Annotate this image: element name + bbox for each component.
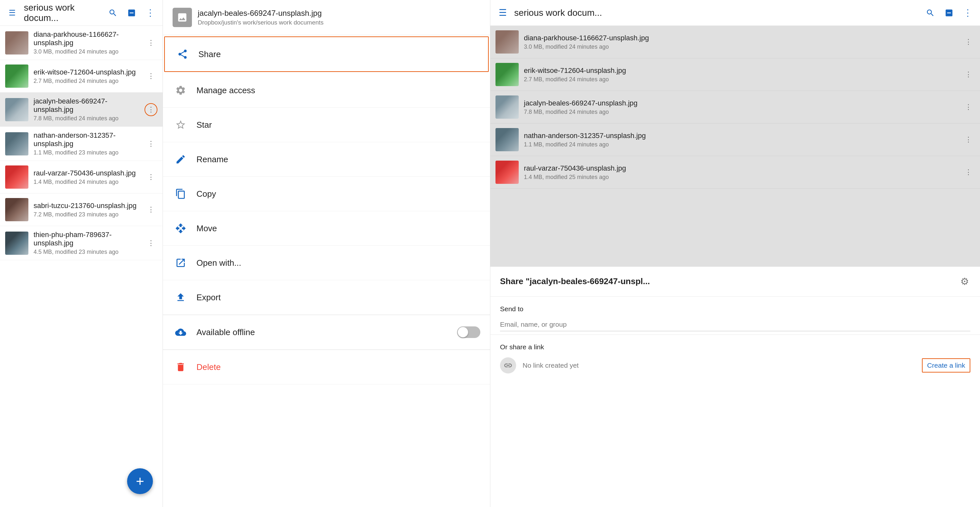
menu-item-rename[interactable]: Rename (163, 142, 490, 177)
menu-item-move[interactable]: Move (163, 211, 490, 246)
copy-icon (173, 186, 189, 202)
file-info: diana-parkhouse-1166627-unsplash.jpg 3.0… (524, 34, 962, 50)
file-header-info: jacalyn-beales-669247-unsplash.jpg Dropb… (198, 9, 323, 26)
more-button-nathan-r[interactable]: ⋮ (962, 133, 975, 146)
delete-icon (173, 359, 189, 375)
file-name: thien-phu-pham-789637-unsplash.jpg (33, 230, 145, 247)
right-header-icons: ⋮ (924, 7, 974, 19)
send-to-input[interactable] (500, 318, 970, 331)
no-link-text: No link created yet (523, 362, 915, 369)
more-button-erik-r[interactable]: ⋮ (962, 68, 975, 81)
check-icon-right[interactable] (943, 7, 955, 19)
thumbnail-erik-r (495, 63, 519, 86)
more-button-diana[interactable]: ⋮ (145, 37, 158, 49)
thumbnail-jacalyn (5, 98, 29, 121)
thumbnail-raul (5, 165, 29, 189)
menu-icon-right[interactable]: ☰ (497, 7, 508, 19)
page-title-right: serious work docum... (514, 8, 924, 18)
file-info: thien-phu-pham-789637-unsplash.jpg 4.5 M… (33, 230, 145, 256)
thumbnail-erik (5, 65, 29, 88)
file-detail-header: jacalyn-beales-669247-unsplash.jpg Dropb… (163, 0, 490, 35)
list-item[interactable]: nathan-anderson-312357-unsplash.jpg 1.1 … (490, 124, 980, 156)
file-meta: 1.1 MB, modified 23 minutes ago (33, 149, 145, 156)
fab-add-button[interactable]: + (127, 468, 153, 494)
menu-label-available-offline: Available offline (196, 327, 457, 337)
list-item[interactable]: thien-phu-pham-789637-unsplash.jpg 4.5 M… (0, 226, 162, 260)
menu-item-delete[interactable]: Delete (163, 350, 490, 385)
thumbnail-nathan-r (495, 128, 519, 151)
list-item[interactable]: diana-parkhouse-1166627-unsplash.jpg 3.0… (0, 26, 162, 60)
left-panel: ☰ serious work docum... ⋮ diana-parkhous… (0, 0, 163, 507)
share-dialog-header: Share "jacalyn-beales-669247-unspl... ⚙ (490, 267, 980, 297)
menu-item-star[interactable]: Star (163, 108, 490, 142)
menu-item-open-with[interactable]: Open with... (163, 246, 490, 280)
left-header-icons: ⋮ (107, 7, 156, 19)
file-meta: 7.8 MB, modified 24 minutes ago (33, 115, 145, 122)
file-info: diana-parkhouse-1166627-unsplash.jpg 3.0… (33, 30, 145, 55)
menu-label-star: Star (196, 120, 480, 130)
file-name: raul-varzar-750436-unsplash.jpg (33, 169, 145, 177)
more-button-raul-r[interactable]: ⋮ (962, 166, 975, 179)
more-button-diana-r[interactable]: ⋮ (962, 35, 975, 48)
menu-item-export[interactable]: Export (163, 280, 490, 315)
more-icon-right[interactable]: ⋮ (962, 7, 974, 19)
more-icon-left[interactable]: ⋮ (145, 7, 156, 19)
check-icon-left[interactable] (126, 7, 137, 19)
send-to-label: Send to (500, 305, 970, 313)
menu-item-copy[interactable]: Copy (163, 177, 490, 211)
more-button-thien[interactable]: ⋮ (145, 237, 158, 250)
list-item[interactable]: erik-witsoe-712604-unsplash.jpg 2.7 MB, … (0, 60, 162, 92)
file-meta: 2.7 MB, modified 24 minutes ago (33, 78, 145, 84)
list-item[interactable]: erik-witsoe-712604-unsplash.jpg 2.7 MB, … (490, 58, 980, 91)
list-item[interactable]: jacalyn-beales-669247-unsplash.jpg 7.8 M… (490, 91, 980, 124)
file-meta: 3.0 MB, modified 24 minutes ago (33, 48, 145, 55)
menu-label-open-with: Open with... (196, 258, 480, 268)
move-icon (173, 220, 189, 237)
list-item[interactable]: sabri-tuzcu-213760-unsplash.jpg 7.2 MB, … (0, 194, 162, 226)
share-dialog-title: Share "jacalyn-beales-669247-unspl... (500, 277, 650, 286)
file-info: jacalyn-beales-669247-unsplash.jpg 7.8 M… (524, 99, 962, 116)
search-icon-right[interactable] (924, 7, 936, 19)
available-offline-toggle[interactable] (457, 326, 480, 338)
more-button-nathan[interactable]: ⋮ (145, 137, 158, 150)
manage-access-icon (173, 82, 189, 99)
menu-item-available-offline[interactable]: Available offline (163, 315, 490, 350)
search-icon-left[interactable] (107, 7, 119, 19)
middle-panel: jacalyn-beales-669247-unsplash.jpg Dropb… (163, 0, 490, 507)
menu-label-delete: Delete (196, 362, 480, 372)
file-name: nathan-anderson-312357-unsplash.jpg (33, 131, 145, 148)
menu-label-share: Share (198, 49, 478, 59)
create-link-button[interactable]: Create a link (922, 358, 970, 372)
more-button-raul[interactable]: ⋮ (145, 171, 158, 183)
menu-item-share[interactable]: Share (164, 37, 489, 72)
page-title-left: serious work docum... (24, 3, 107, 23)
file-info: jacalyn-beales-669247-unsplash.jpg 7.8 M… (33, 97, 145, 122)
thumbnail-nathan (5, 132, 29, 156)
toggle-circle (458, 327, 468, 337)
file-type-icon (173, 8, 192, 27)
file-meta: 1.1 MB, modified 24 minutes ago (524, 141, 962, 148)
list-item[interactable]: jacalyn-beales-669247-unsplash.jpg 7.8 M… (0, 92, 162, 127)
more-button-jacalyn[interactable]: ⋮ (145, 103, 158, 116)
thumbnail-sabri (5, 198, 29, 221)
file-meta: 1.4 MB, modified 25 minutes ago (524, 174, 962, 181)
more-button-sabri[interactable]: ⋮ (145, 203, 158, 216)
list-item[interactable]: raul-varzar-750436-unsplash.jpg 1.4 MB, … (490, 156, 980, 189)
share-send-to-section: Send to (490, 297, 980, 334)
left-header: ☰ serious work docum... ⋮ (0, 0, 162, 26)
list-item[interactable]: raul-varzar-750436-unsplash.jpg 1.4 MB, … (0, 161, 162, 194)
menu-icon[interactable]: ☰ (6, 7, 18, 19)
more-button-erik[interactable]: ⋮ (145, 70, 158, 83)
menu-item-manage-access[interactable]: Manage access (163, 73, 490, 108)
list-item[interactable]: nathan-anderson-312357-unsplash.jpg 1.1 … (0, 127, 162, 161)
file-name: raul-varzar-750436-unsplash.jpg (524, 164, 962, 173)
more-button-jacalyn-r[interactable]: ⋮ (962, 101, 975, 113)
file-name: erik-witsoe-712604-unsplash.jpg (524, 67, 962, 75)
list-item[interactable]: diana-parkhouse-1166627-unsplash.jpg 3.0… (490, 26, 980, 58)
link-icon (500, 358, 516, 373)
file-info: raul-varzar-750436-unsplash.jpg 1.4 MB, … (33, 169, 145, 186)
menu-label-rename: Rename (196, 154, 480, 164)
share-settings-icon[interactable]: ⚙ (959, 276, 970, 288)
file-name: nathan-anderson-312357-unsplash.jpg (524, 132, 962, 140)
available-offline-icon (173, 324, 189, 340)
